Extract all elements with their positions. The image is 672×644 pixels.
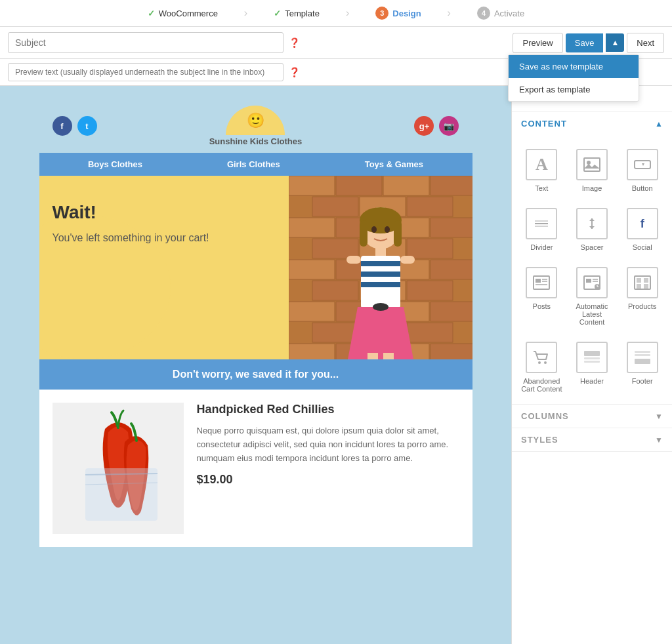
svg-rect-12 bbox=[312, 239, 358, 258]
content-item-products[interactable]: Products bbox=[618, 258, 667, 332]
content-chevron-up-icon: ▲ bbox=[655, 119, 663, 129]
image-icon bbox=[576, 149, 608, 180]
content-item-posts[interactable]: Posts bbox=[517, 258, 566, 332]
main-layout: f t 🙂 Sunshine Kids Clothes g+ 📷 Boys Cl… bbox=[0, 86, 672, 644]
instagram-icon[interactable]: 📷 bbox=[439, 116, 459, 136]
content-item-text[interactable]: A Text bbox=[517, 140, 566, 198]
product-info: Handpicked Red Chillies Neque porro quis… bbox=[197, 403, 459, 534]
googleplus-icon[interactable]: g+ bbox=[414, 116, 434, 136]
social-icons-right: g+ 📷 bbox=[414, 116, 459, 136]
svg-rect-14 bbox=[407, 239, 453, 258]
product-section: Handpicked Red Chillies Neque porro quis… bbox=[39, 390, 472, 547]
svg-rect-22 bbox=[289, 302, 335, 321]
next-button[interactable]: Next bbox=[627, 33, 664, 53]
hero-body: You've left something in your cart! bbox=[52, 231, 276, 245]
step-design-num: 3 bbox=[375, 7, 388, 20]
brand-circle: 🙂 bbox=[226, 106, 285, 135]
step-template-label: Template bbox=[285, 9, 320, 18]
svg-rect-48 bbox=[383, 353, 394, 359]
content-item-footer[interactable]: Footer bbox=[618, 333, 667, 399]
content-item-button[interactable]: Button bbox=[618, 140, 667, 198]
content-item-divider[interactable]: Divider bbox=[517, 199, 566, 257]
svg-rect-73 bbox=[637, 278, 641, 283]
brand-emoji: 🙂 bbox=[247, 112, 264, 129]
step-woocommerce[interactable]: ✓ WooCommerce bbox=[148, 9, 218, 18]
content-item-abandoned-cart[interactable]: Abandoned Cart Content bbox=[517, 333, 566, 399]
stepper: ✓ WooCommerce › ✓ Template › 3 Design › … bbox=[0, 0, 672, 27]
content-item-header[interactable]: Header bbox=[568, 333, 617, 399]
twitter-icon[interactable]: t bbox=[77, 116, 97, 136]
svg-point-78 bbox=[544, 361, 547, 364]
preview-text-input[interactable] bbox=[8, 63, 284, 81]
step-design-label: Design bbox=[392, 9, 421, 18]
svg-rect-11 bbox=[430, 218, 472, 237]
brand-logo: 🙂 Sunshine Kids Clothes bbox=[209, 106, 303, 146]
nav-toys-games[interactable]: Toys & Games bbox=[365, 159, 423, 169]
step-design[interactable]: 3 Design bbox=[375, 7, 421, 20]
svg-rect-84 bbox=[635, 359, 650, 364]
content-section-title: CONTENT bbox=[521, 119, 567, 129]
social-icons-left: f t bbox=[52, 116, 97, 136]
content-item-image[interactable]: Image bbox=[568, 140, 617, 198]
preview-button[interactable]: Preview bbox=[513, 33, 562, 53]
step-template[interactable]: ✓ Template bbox=[274, 9, 320, 18]
svg-rect-5 bbox=[312, 197, 358, 216]
svg-rect-45 bbox=[400, 256, 415, 264]
right-panel: ↩ ↪ CONTENT ▲ A Text Image bbox=[511, 86, 672, 644]
spacer-label: Spacer bbox=[581, 243, 604, 251]
content-item-automatic-latest-content[interactable]: Automatic Latest Content bbox=[568, 258, 617, 332]
save-as-new-template-item[interactable]: Save as new template bbox=[509, 55, 639, 78]
styles-section-header[interactable]: STYLES ▼ bbox=[512, 428, 672, 451]
nav-girls-clothes[interactable]: Girls Clothes bbox=[227, 159, 280, 169]
svg-rect-7 bbox=[407, 197, 453, 216]
abandoned-cart-label: Abandoned Cart Content bbox=[520, 377, 563, 393]
step-activate[interactable]: 4 Activate bbox=[477, 7, 524, 20]
svg-rect-76 bbox=[644, 284, 648, 289]
step-sep-2: › bbox=[346, 7, 349, 19]
columns-section-header[interactable]: COLUMNS ▼ bbox=[512, 405, 672, 428]
styles-chevron-down-icon: ▼ bbox=[655, 435, 663, 445]
email-nav: Boys Clothes Girls Clothes Toys & Games bbox=[39, 153, 472, 176]
svg-rect-26 bbox=[312, 323, 358, 342]
save-button[interactable]: Save bbox=[566, 33, 604, 52]
svg-rect-50 bbox=[85, 468, 158, 521]
help-icon-2[interactable]: ❓ bbox=[289, 67, 300, 77]
products-label: Products bbox=[628, 302, 656, 310]
step-activate-num: 4 bbox=[477, 7, 490, 20]
posts-label: Posts bbox=[533, 302, 551, 310]
toolbar: ❓ Preview Save ▲ Next Save as new templa… bbox=[0, 27, 672, 59]
content-section-header[interactable]: CONTENT ▲ bbox=[512, 112, 672, 135]
social-icon: f bbox=[627, 208, 658, 239]
columns-section: COLUMNS ▼ bbox=[512, 405, 672, 428]
export-as-template-item[interactable]: Export as template bbox=[509, 78, 639, 101]
hero-bottom-text: Don't worry, we saved it for you... bbox=[39, 359, 472, 390]
svg-point-46 bbox=[373, 303, 388, 311]
subject-input[interactable] bbox=[8, 32, 284, 53]
svg-rect-75 bbox=[637, 284, 641, 289]
svg-rect-8 bbox=[289, 218, 335, 237]
help-icon[interactable]: ❓ bbox=[289, 37, 300, 48]
step-sep-3: › bbox=[448, 7, 451, 19]
svg-rect-47 bbox=[368, 353, 378, 359]
svg-point-37 bbox=[371, 226, 377, 233]
footer-icon bbox=[627, 342, 658, 373]
email-hero: Wait! You've left something in your cart… bbox=[39, 176, 472, 359]
brand-name: Sunshine Kids Clothes bbox=[209, 136, 303, 146]
check-icon: ✓ bbox=[148, 9, 155, 18]
svg-rect-2 bbox=[336, 176, 382, 195]
content-item-social[interactable]: f Social bbox=[618, 199, 667, 257]
email-canvas[interactable]: f t 🙂 Sunshine Kids Clothes g+ 📷 Boys Cl… bbox=[0, 86, 511, 644]
save-dropdown-toggle[interactable]: ▲ bbox=[606, 33, 624, 52]
styles-section-title: STYLES bbox=[521, 435, 558, 445]
hero-image-svg bbox=[289, 176, 472, 359]
nav-boys-clothes[interactable]: Boys Clothes bbox=[88, 159, 142, 169]
svg-rect-29 bbox=[289, 344, 335, 359]
svg-rect-74 bbox=[644, 278, 648, 283]
svg-rect-43 bbox=[361, 282, 400, 287]
facebook-icon[interactable]: f bbox=[52, 116, 72, 136]
products-icon bbox=[627, 267, 658, 298]
content-item-spacer[interactable]: Spacer bbox=[568, 199, 617, 257]
step-sep-1: › bbox=[244, 7, 247, 19]
svg-rect-3 bbox=[383, 176, 429, 195]
hero-heading: Wait! bbox=[52, 202, 276, 223]
